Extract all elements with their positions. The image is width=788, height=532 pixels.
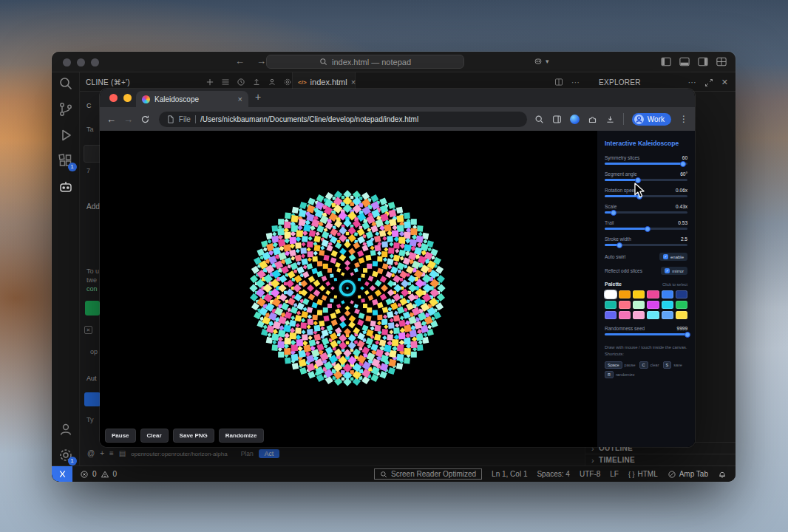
more-actions-icon[interactable]: ⋯ xyxy=(571,78,580,87)
minimize-window-button[interactable] xyxy=(123,94,132,102)
clear-button[interactable]: Clear xyxy=(140,429,169,443)
cline-activity-icon[interactable] xyxy=(58,179,74,195)
palette-swatch[interactable] xyxy=(605,290,617,299)
toggle-secondary-sidebar-icon[interactable] xyxy=(698,57,708,66)
close-tab-icon[interactable]: × xyxy=(238,95,242,103)
plan-toggle[interactable]: Plan xyxy=(241,450,254,457)
close-tab-icon[interactable]: × xyxy=(351,78,356,86)
palette-swatch[interactable] xyxy=(647,290,659,299)
cursor-position[interactable]: Ln 1, Col 1 xyxy=(492,470,527,478)
slider-thumb[interactable] xyxy=(680,161,686,167)
act-toggle[interactable]: Act xyxy=(259,449,279,458)
new-tab-button[interactable]: + xyxy=(255,91,261,103)
document-icon[interactable]: ▤ xyxy=(119,450,126,457)
downloads-icon[interactable] xyxy=(605,115,615,124)
slider-track[interactable] xyxy=(605,333,687,335)
slider-track[interactable] xyxy=(605,163,687,165)
close-panel-icon[interactable]: ✕ xyxy=(721,78,728,87)
close-window-button[interactable] xyxy=(109,94,118,102)
puzzle-extensions-icon[interactable] xyxy=(588,115,597,124)
slider-track[interactable] xyxy=(605,195,687,197)
palette-swatch[interactable] xyxy=(647,311,659,319)
notifications-bell-icon[interactable] xyxy=(718,470,727,479)
new-task-icon[interactable] xyxy=(206,78,214,86)
screen-reader-status[interactable]: Screen Reader Optimized xyxy=(374,468,482,480)
pause-button[interactable]: Pause xyxy=(105,429,136,443)
language-mode[interactable]: { } HTML xyxy=(628,470,658,478)
toggle-sidebar-icon[interactable] xyxy=(661,57,671,66)
settings-small-icon[interactable] xyxy=(283,78,292,86)
history-back-icon[interactable]: ← xyxy=(235,55,245,66)
sidebar-link-fragment[interactable]: con xyxy=(86,285,98,293)
side-panel-icon[interactable] xyxy=(552,115,562,124)
close-window-button[interactable] xyxy=(63,58,71,66)
slider-thumb[interactable] xyxy=(617,242,622,248)
history-icon[interactable] xyxy=(237,78,245,86)
forward-icon[interactable]: → xyxy=(123,114,133,125)
task-list-icon[interactable] xyxy=(221,78,230,86)
zoom-icon[interactable] xyxy=(534,115,544,124)
command-center-search[interactable]: index.html — notepad xyxy=(266,55,464,69)
toggle-panel-icon[interactable] xyxy=(679,57,690,66)
rules-icon[interactable]: ≡ xyxy=(109,450,114,457)
vscode-window-controls[interactable] xyxy=(63,58,99,66)
account-small-icon[interactable] xyxy=(268,78,276,86)
history-forward-icon[interactable]: → xyxy=(257,55,266,66)
slider-thumb[interactable] xyxy=(611,210,617,216)
palette-swatch[interactable] xyxy=(662,301,673,309)
zoom-window-button[interactable] xyxy=(91,58,99,66)
customize-layout-icon[interactable] xyxy=(716,57,727,66)
amp-tab-status[interactable]: Amp Tab xyxy=(668,470,708,479)
explorer-more-icon[interactable]: ⋯ xyxy=(688,78,696,87)
settings-gear-icon[interactable]: 1 xyxy=(58,447,74,463)
slider-track[interactable] xyxy=(605,228,687,230)
save-png-button[interactable]: Save PNG xyxy=(173,429,214,443)
search-activity-icon[interactable] xyxy=(58,75,74,92)
expand-panel-icon[interactable] xyxy=(704,78,713,87)
profile-chip[interactable]: Work xyxy=(632,113,671,126)
palette-swatch[interactable] xyxy=(605,311,617,319)
palette-swatch[interactable] xyxy=(619,311,631,319)
sidebar-blue-button[interactable] xyxy=(84,392,101,406)
palette-swatch[interactable] xyxy=(633,311,645,319)
run-debug-icon[interactable] xyxy=(58,127,74,143)
address-bar[interactable]: File /Users/nickbaumann/Documents/Cline/… xyxy=(159,112,527,127)
browser-menu-icon[interactable]: ⋮ xyxy=(679,114,688,124)
slider-track[interactable] xyxy=(605,179,687,181)
eol-indicator[interactable]: LF xyxy=(610,470,619,478)
slider-track[interactable] xyxy=(605,244,687,246)
palette-swatch[interactable] xyxy=(633,301,645,309)
timeline-section[interactable]: › TIMELINE xyxy=(585,454,736,466)
sidebar-green-button[interactable] xyxy=(85,301,100,316)
palette-swatch[interactable] xyxy=(662,290,673,299)
randomize-button[interactable]: Randomize xyxy=(219,429,264,443)
slider-thumb[interactable] xyxy=(685,332,690,338)
mention-icon[interactable]: @ xyxy=(87,450,95,457)
warnings-count[interactable]: 0 xyxy=(113,470,118,478)
palette-swatch[interactable] xyxy=(647,301,659,309)
mirror-chip[interactable]: ✓ mirror xyxy=(661,267,687,275)
model-selector[interactable]: openrouter:openrouter/horizon-alpha xyxy=(131,451,227,457)
palette-swatch[interactable] xyxy=(676,311,687,319)
minimize-window-button[interactable] xyxy=(77,58,85,66)
extension-icon[interactable] xyxy=(570,115,580,124)
slider-thumb[interactable] xyxy=(645,226,651,232)
split-editor-icon[interactable] xyxy=(554,78,563,86)
browser-tab[interactable]: Kaleidoscope × xyxy=(136,91,248,107)
account-icon[interactable] xyxy=(58,421,74,437)
palette-swatch[interactable] xyxy=(619,290,631,299)
kaleidoscope-canvas[interactable] xyxy=(100,131,597,447)
palette-swatch[interactable] xyxy=(676,290,687,299)
encoding[interactable]: UTF-8 xyxy=(580,470,600,478)
remote-indicator[interactable] xyxy=(52,466,72,482)
checkbox-icon[interactable]: ✕ xyxy=(84,326,92,334)
palette-swatch[interactable] xyxy=(633,290,645,299)
copilot-menu[interactable]: ▾ xyxy=(534,57,549,66)
export-icon[interactable] xyxy=(252,78,261,86)
back-icon[interactable]: ← xyxy=(106,114,116,125)
palette-swatch[interactable] xyxy=(676,301,687,309)
slider-track[interactable] xyxy=(605,211,687,214)
errors-count[interactable]: 0 xyxy=(92,470,97,478)
palette-swatch[interactable] xyxy=(605,301,617,309)
enable-chip[interactable]: ✓ enable xyxy=(659,253,687,261)
